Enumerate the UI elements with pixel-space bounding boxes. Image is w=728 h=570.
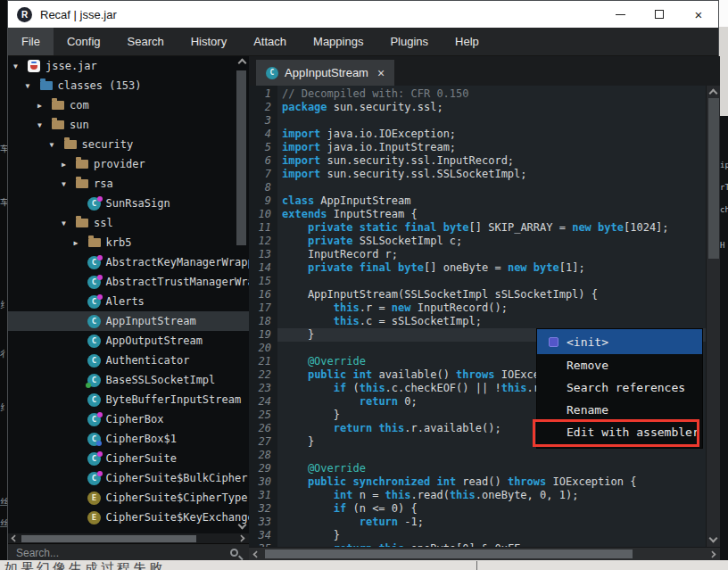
tree-item-ciphersuite[interactable]: CCipherSuite [8,449,249,468]
menu-search[interactable]: Search [114,28,178,55]
expand-arrow-icon[interactable]: ▶ [37,102,51,110]
tree-horizontal-scrollbar[interactable] [8,533,249,543]
tree-item-ciphersuite-keyexchange[interactable]: ECipherSuite$KeyExchange [8,508,249,527]
collapse-arrow-icon[interactable]: ▼ [26,82,39,90]
code-line-3[interactable]: 3 [249,114,706,128]
expand-arrow-icon[interactable]: ▶ [62,161,75,169]
menu-attach[interactable]: Attach [240,28,300,55]
tab-appinputstream[interactable]: C AppInputStream × [256,60,394,86]
tree-item-provider[interactable]: ▶provider [8,154,249,174]
code-line-2[interactable]: 2package sun.security.ssl; [249,101,706,114]
search-icon[interactable] [230,549,238,557]
code-line-1[interactable]: 1// Decompiled with: CFR 0.150 [249,87,706,101]
tree-item-abstractkeymanagerwrapper[interactable]: CAbstractKeyManagerWrapper [8,252,249,272]
tree-item-ciphersuite-ciphertype[interactable]: ECipherSuite$CipherType [8,488,249,508]
code-line-11[interactable]: 11 private static final byte[] SKIP_ARRA… [249,221,706,235]
code-line-29[interactable]: 29 @Override [249,462,706,475]
code-line-17[interactable]: 17 this.r = new InputRecord(); [249,302,706,315]
tree-scroll-right-icon[interactable] [238,535,245,542]
line-number: 31 [249,489,277,502]
context-item-rename[interactable]: Rename [537,399,702,421]
collapse-arrow-icon[interactable]: ▼ [50,141,63,149]
code-line-15[interactable]: 15 [249,275,706,288]
tree-item-appinputstream[interactable]: CAppInputStream [8,311,249,331]
tree-item-krb5[interactable]: ▶krb5 [8,233,249,252]
tree-item-sun[interactable]: ▼sun [8,115,249,135]
code-line-12[interactable]: 12 private SSLSocketImpl c; [249,235,706,248]
tree-item-rsa[interactable]: ▼rsa [8,174,249,194]
editor-scroll-right-icon[interactable] [709,550,716,558]
tree-item-classes-153-[interactable]: ▼classes (153) [8,76,249,95]
context-item-search-references[interactable]: Search references [537,376,702,399]
title-bar[interactable]: R Recaf | jsse.jar × [8,1,718,28]
code-line-8[interactable]: 8 [249,181,706,194]
code-line-34[interactable]: 34 } [249,529,706,542]
tree-item-ssl[interactable]: ▼ssl [8,213,249,233]
code-line-4[interactable]: 4import java.io.IOException; [249,128,706,141]
tree-item-ciphersuite-bulkcipher[interactable]: CCipherSuite$BulkCipher [8,468,249,488]
tree-item-cipherbox[interactable]: CCipherBox [8,409,249,429]
tree-item-label: security [82,138,134,151]
tab-close-icon[interactable]: × [377,66,385,80]
access-badge [97,255,103,260]
code-line-31[interactable]: 31 int n = this.read(this.oneByte, 0, 1)… [249,489,706,502]
tree-item-basesslsocketimpl[interactable]: CBaseSSLSocketImpl [8,370,249,390]
menu-file[interactable]: File [8,28,54,55]
tree-item-label: krb5 [106,236,132,249]
tree-vertical-scrollbar[interactable] [236,70,246,245]
menu-plugins[interactable]: Plugins [376,28,442,55]
collapse-arrow-icon[interactable]: ▼ [37,121,51,129]
tree-item-security[interactable]: ▼security [8,135,249,154]
context-item-remove[interactable]: Remove [537,354,702,376]
tree-item-label: AbstractKeyManagerWrapper [106,256,250,268]
code-line-5[interactable]: 5import java.io.InputStream; [249,141,706,154]
code-line-32[interactable]: 32 if (n <= 0) { [249,502,706,516]
minimize-button[interactable] [600,1,640,28]
editor-vscroll-thumb[interactable] [708,98,719,259]
code-line-16[interactable]: 16 AppInputStream(SSLSocketImpl sSLSocke… [249,288,706,302]
editor-hscroll-thumb[interactable] [265,549,633,558]
code-line-13[interactable]: 13 InputRecord r; [249,248,706,261]
editor-scroll-down-icon[interactable] [709,534,718,543]
collapse-arrow-icon[interactable]: ▼ [13,62,27,70]
menu-history[interactable]: History [178,28,240,55]
editor-horizontal-scrollbar[interactable] [249,547,720,560]
menu-help[interactable]: Help [442,28,492,55]
tree-item-com[interactable]: ▶com [8,95,249,115]
recaf-window: R Recaf | jsse.jar × FileConfigSearchHis… [7,0,719,560]
collapse-arrow-icon[interactable]: ▼ [62,219,75,227]
editor-scroll-up-icon[interactable] [709,89,718,98]
search-input[interactable] [8,547,230,559]
code-line-7[interactable]: 7import sun.security.ssl.SSLSocketImpl; [249,168,706,181]
tree-scroll-left-icon[interactable] [12,535,19,542]
tree-item-cipherbox-1[interactable]: CCipherBox$1 [8,429,249,449]
tree-item-sunrsasign[interactable]: CSunRsaSign [8,194,249,213]
menu-mappings[interactable]: Mappings [300,28,376,55]
code-line-6[interactable]: 6import sun.security.ssl.InputRecord; [249,154,706,168]
tree-item-abstracttrustmanagerwrapper[interactable]: CAbstractTrustManagerWrapper [8,272,249,292]
tree-item-jsse-jar[interactable]: ▼jsse.jar [8,56,249,76]
code-line-28[interactable]: 28 [249,449,706,462]
editor-vertical-scrollbar[interactable] [706,86,720,547]
code-line-14[interactable]: 14 private final byte[] oneByte = new by… [249,261,706,275]
expand-arrow-icon[interactable]: ▶ [74,239,87,247]
collapse-arrow-icon[interactable]: ▼ [62,180,75,188]
tree-item-alerts[interactable]: CAlerts [8,292,249,311]
close-button[interactable]: × [679,1,718,28]
tree-hscroll-thumb[interactable] [21,535,196,542]
tree-item-authenticator[interactable]: CAuthenticator [8,351,249,370]
tree-item-appoutputstream[interactable]: CAppOutputStream [8,331,249,351]
code-line-9[interactable]: 9class AppInputStream [249,194,706,208]
editor-scroll-left-icon[interactable] [253,550,261,558]
tree-item-bytebufferinputstream[interactable]: CByteBufferInputStream [8,390,249,409]
code-text [277,449,706,462]
code-editor[interactable]: 1// Decompiled with: CFR 0.1502package s… [249,86,706,547]
code-text: private final byte[] oneByte = new byte[… [277,261,706,275]
code-line-33[interactable]: 33 return -1; [249,516,706,529]
code-line-18[interactable]: 18 this.c = sSLSocketImpl; [249,315,706,328]
code-line-30[interactable]: 30 public synchronized int read() throws… [249,475,706,489]
code-text: public synchronized int read() throws IO… [277,475,706,489]
maximize-button[interactable] [640,1,679,28]
code-line-10[interactable]: 10extends InputStream { [249,208,706,221]
menu-config[interactable]: Config [54,28,114,55]
